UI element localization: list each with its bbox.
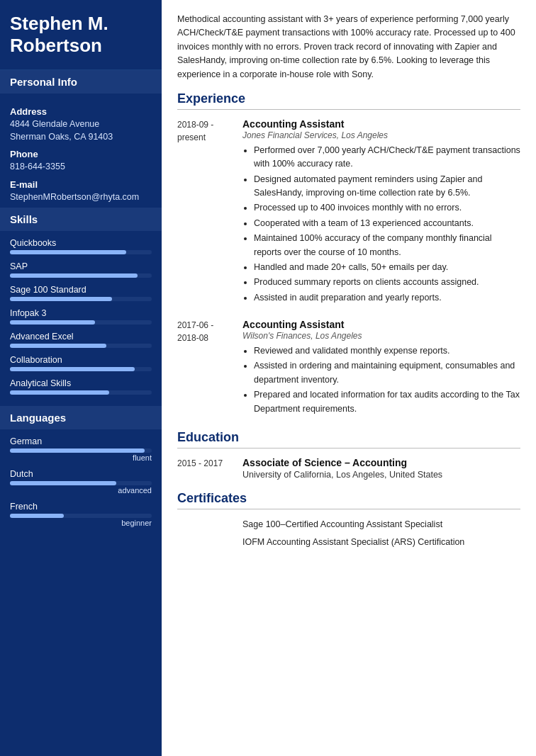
exp-job-title: Accounting Assistant [242, 319, 520, 330]
exp-bullet: Processed up to 400 invoices monthly wit… [254, 201, 520, 215]
skill-name: SAP [10, 261, 152, 271]
main-content: Methodical accounting assistant with 3+ … [162, 0, 536, 756]
experience-entry: 2018-09 - present Accounting Assistant J… [177, 118, 520, 306]
experience-title: Experience [177, 91, 520, 110]
email-label: E-mail [10, 179, 152, 190]
exp-bullet: Reviewed and validated monthly expense r… [254, 344, 520, 358]
language-bar-background [10, 448, 152, 453]
exp-bullet: Cooperated with a team of 13 experienced… [254, 217, 520, 230]
language-bar-fill [10, 481, 116, 485]
resume-container: Stephen M. Robertson Personal Info Addre… [0, 0, 536, 756]
skill-bar-fill [10, 367, 135, 371]
skill-bar-fill [10, 297, 112, 301]
skill-item: SAP [10, 261, 152, 278]
language-name: French [10, 502, 152, 512]
certificate-entry: IOFM Accounting Assistant Specialist (AR… [177, 536, 520, 549]
exp-body: Accounting Assistant Jones Financial Ser… [242, 118, 520, 306]
phone-label: Phone [10, 149, 152, 159]
exp-bullet: Designed automated payment reminders usi… [254, 173, 520, 201]
skill-name: Quickbooks [10, 238, 152, 248]
exp-bullet: Maintained 100% accuracy of the company … [254, 232, 520, 259]
language-item: Dutch advanced [10, 469, 152, 495]
experience-list: 2018-09 - present Accounting Assistant J… [177, 118, 520, 417]
education-title: Education [177, 430, 520, 448]
skill-item: Collaboration [10, 355, 152, 371]
exp-company: Wilson's Finances, Los Angeles [242, 331, 520, 341]
cert-text: IOFM Accounting Assistant Specialist (AR… [242, 536, 520, 549]
language-bar-fill [10, 514, 64, 518]
certificates-section: Certificates Sage 100–Certified Accounti… [177, 491, 520, 550]
languages-header: Languages [0, 406, 162, 429]
skill-item: Sage 100 Standard [10, 285, 152, 301]
personal-info-content: Address 4844 Glendale Avenue Sherman Oak… [0, 94, 162, 208]
skill-name: Infopak 3 [10, 308, 152, 318]
skill-name: Advanced Excel [10, 332, 152, 342]
skill-bar-background [10, 273, 152, 278]
skill-bar-background [10, 250, 152, 254]
skill-item: Quickbooks [10, 238, 152, 254]
language-level: fluent [10, 453, 152, 462]
cert-text: Sage 100–Certified Accounting Assistant … [242, 518, 520, 531]
experience-entry: 2017-06 - 2018-08 Accounting Assistant W… [177, 319, 520, 417]
exp-bullet: Prepared and located information for tax… [254, 388, 520, 416]
edu-school: University of California, Los Angeles, U… [242, 470, 520, 480]
language-name: Dutch [10, 469, 152, 479]
language-item: German fluent [10, 436, 152, 462]
skill-bar-background [10, 390, 152, 395]
skills-content: Quickbooks SAP Sage 100 Standard Infopak… [0, 231, 162, 406]
skill-name: Analytical Skills [10, 378, 152, 388]
education-section: Education 2015 - 2017 Associate of Scien… [177, 430, 520, 480]
exp-bullet: Assisted in audit preparation and yearly… [254, 291, 520, 305]
languages-content: German fluent Dutch advanced French begi… [0, 429, 162, 538]
language-bar-background [10, 481, 152, 485]
email-value: StephenMRobertson@rhyta.com [10, 191, 152, 204]
summary-text: Methodical accounting assistant with 3+ … [177, 13, 520, 81]
name-block: Stephen M. Robertson [0, 0, 162, 70]
phone-value: 818-644-3355 [10, 161, 152, 174]
exp-bullet: Produced summary reports on clients acco… [254, 276, 520, 289]
skill-bar-fill [10, 273, 138, 278]
address-label: Address [10, 106, 152, 117]
edu-degree: Associate of Science – Accounting [242, 457, 520, 468]
skill-bar-background [10, 297, 152, 301]
skill-name: Sage 100 Standard [10, 285, 152, 295]
exp-company: Jones Financial Services, Los Angeles [242, 130, 520, 140]
sidebar: Stephen M. Robertson Personal Info Addre… [0, 0, 162, 756]
language-level: advanced [10, 486, 152, 495]
edu-date: 2015 - 2017 [177, 457, 233, 480]
exp-date: 2017-06 - 2018-08 [177, 319, 233, 417]
skills-header: Skills [0, 208, 162, 231]
exp-bullet: Performed over 7,000 yearly ACH/Check/T&… [254, 144, 520, 171]
skill-bar-fill [10, 320, 95, 325]
address-line1: 4844 Glendale Avenue [10, 118, 152, 131]
exp-bullets-list: Performed over 7,000 yearly ACH/Check/T&… [242, 144, 520, 305]
certificates-list: Sage 100–Certified Accounting Assistant … [177, 518, 520, 550]
skill-bar-fill [10, 390, 109, 395]
exp-body: Accounting Assistant Wilson's Finances, … [242, 319, 520, 417]
certificate-entry: Sage 100–Certified Accounting Assistant … [177, 518, 520, 531]
exp-bullets-list: Reviewed and validated monthly expense r… [242, 344, 520, 416]
edu-body: Associate of Science – Accounting Univer… [242, 457, 520, 480]
exp-job-title: Accounting Assistant [242, 118, 520, 130]
exp-bullet: Handled and made 20+ calls, 50+ emails p… [254, 261, 520, 274]
address-line2: Sherman Oaks, CA 91403 [10, 131, 152, 144]
language-level: beginner [10, 519, 152, 527]
personal-info-header: Personal Info [0, 70, 162, 94]
language-item: French beginner [10, 502, 152, 527]
cert-spacer [177, 518, 233, 531]
exp-bullet: Assisted in ordering and maintaining equ… [254, 359, 520, 387]
skill-bar-fill [10, 250, 126, 254]
skill-item: Infopak 3 [10, 308, 152, 325]
exp-date: 2018-09 - present [177, 118, 233, 306]
certificates-title: Certificates [177, 491, 520, 509]
skill-item: Analytical Skills [10, 378, 152, 395]
education-list: 2015 - 2017 Associate of Science – Accou… [177, 457, 520, 480]
skill-bar-fill [10, 344, 106, 348]
skill-bar-background [10, 320, 152, 325]
experience-section: Experience 2018-09 - present Accounting … [177, 91, 520, 417]
cert-spacer [177, 536, 233, 549]
skill-bar-background [10, 367, 152, 371]
language-name: German [10, 436, 152, 446]
language-bar-fill [10, 448, 145, 453]
language-bar-background [10, 514, 152, 518]
